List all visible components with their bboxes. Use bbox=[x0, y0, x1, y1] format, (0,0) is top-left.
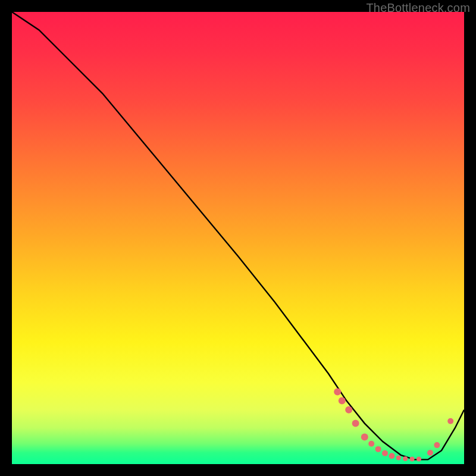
data-marker bbox=[375, 446, 381, 452]
bottleneck-curve bbox=[12, 12, 464, 459]
data-marker bbox=[361, 433, 368, 440]
watermark-text: TheBottleneck.com bbox=[366, 1, 470, 15]
data-marker bbox=[403, 456, 408, 461]
data-marker bbox=[396, 455, 401, 460]
data-marker bbox=[427, 450, 433, 456]
data-marker bbox=[410, 457, 415, 462]
data-marker bbox=[389, 453, 394, 459]
data-marker bbox=[339, 397, 346, 405]
data-marker bbox=[334, 388, 341, 395]
data-marker bbox=[447, 418, 453, 424]
chart-frame: TheBottleneck.com bbox=[0, 0, 476, 476]
data-marker bbox=[416, 457, 421, 462]
data-marker bbox=[352, 420, 359, 427]
plot-area bbox=[12, 12, 464, 464]
data-marker bbox=[345, 406, 352, 414]
chart-svg bbox=[12, 12, 464, 464]
data-marker bbox=[382, 450, 388, 456]
data-marker bbox=[368, 441, 374, 447]
data-marker bbox=[434, 442, 440, 448]
